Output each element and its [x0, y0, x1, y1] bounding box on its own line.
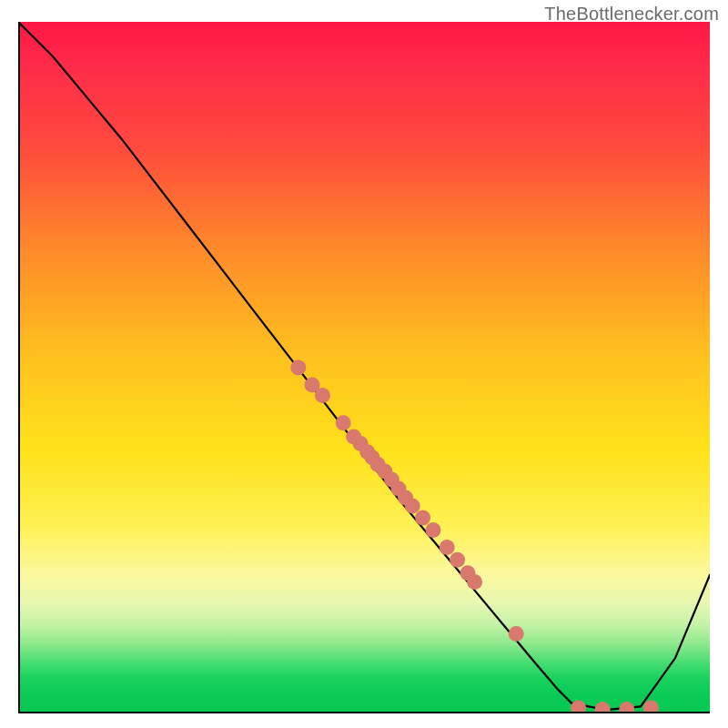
highlight-dot — [643, 700, 659, 713]
bottleneck-chart: TheBottlenecker.com — [0, 0, 728, 728]
highlight-dot — [315, 388, 330, 403]
highlight-dot — [290, 360, 306, 376]
chart-svg — [18, 22, 710, 713]
highlight-dot — [440, 540, 455, 555]
highlight-dot — [595, 702, 611, 713]
highlight-dot — [509, 626, 524, 642]
highlight-dot — [467, 574, 482, 590]
watermark-text: TheBottlenecker.com — [544, 4, 719, 25]
highlight-dot — [336, 415, 351, 430]
highlight-dot — [619, 702, 634, 713]
highlight-dot — [415, 510, 430, 525]
highlight-dot — [571, 700, 586, 713]
highlight-dots-group — [290, 360, 659, 714]
bottleneck-curve-line — [18, 22, 710, 710]
highlight-dot — [405, 499, 420, 514]
highlight-dot — [426, 522, 441, 538]
highlight-dot — [450, 552, 465, 568]
